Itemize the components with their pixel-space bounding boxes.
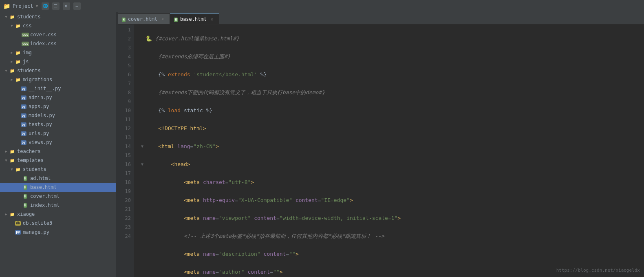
arrow-img: ▶ (9, 50, 15, 55)
sidebar-item-cover-html[interactable]: H cover.html (0, 192, 116, 201)
code-line-5: {% load static %} (139, 106, 644, 115)
python-icon-init: py (20, 85, 27, 92)
folder-icon-js: 📁 (15, 58, 21, 65)
globe-icon-btn[interactable]: 🌐 (42, 2, 49, 10)
main-layout: ▼ 📁 students ▼ 📁 css css cover.css css i… (0, 12, 644, 277)
code-line-2: {#extends必须写在最上面#} (139, 52, 644, 61)
code-line-13: <meta name="description" content=""> (139, 250, 644, 259)
arrow-xiaoge: ▶ (3, 211, 9, 217)
sidebar-item-ad-html[interactable]: H ad.html (0, 174, 116, 183)
tests-label: tests.py (29, 122, 52, 127)
sidebar-item-apps[interactable]: py apps.py (0, 102, 116, 111)
tab-cover-html[interactable]: H cover.html × (118, 13, 170, 24)
html-icon-cover: H (22, 193, 29, 199)
cover-css-label: cover.css (30, 32, 57, 38)
sidebar-item-js[interactable]: ▶ 📁 js (0, 57, 116, 66)
sidebar-item-init[interactable]: py __init__.py (0, 84, 116, 93)
urls-label: urls.py (29, 131, 49, 136)
sidebar-item-urls[interactable]: py urls.py (0, 129, 116, 138)
folder-icon-css: 📁 (15, 22, 21, 29)
gear-icon-btn[interactable]: ⚙ (63, 2, 70, 10)
code-line-10: <meta http-equiv="X-UA-Compatible" conte… (139, 196, 644, 205)
students2-label: students (17, 68, 41, 73)
sidebar-item-css[interactable]: ▼ 📁 css (0, 21, 116, 30)
arrow-students-root: ▼ (3, 14, 9, 20)
students-tpl-label: students (23, 166, 46, 172)
html-icon-ad: H (22, 175, 29, 182)
js-label: js (23, 59, 29, 64)
minimize-icon-btn[interactable]: — (73, 2, 81, 10)
sidebar-item-tests[interactable]: py tests.py (0, 120, 116, 129)
arrow-templates: ▼ (3, 157, 9, 163)
apps-label: apps.py (29, 104, 49, 109)
views-label: views.py (29, 140, 52, 145)
init-label: __init__.py (29, 86, 61, 91)
index-css-label: index.css (30, 41, 57, 47)
sidebar-item-students2[interactable]: ▼ 📁 students (0, 66, 116, 75)
sidebar-item-index-css[interactable]: css index.css (0, 39, 116, 48)
sidebar-item-manage[interactable]: py manage.py (0, 228, 116, 237)
tab-cover-label: cover.html (128, 16, 157, 22)
models-label: models.py (29, 113, 55, 118)
teachers-label: teachers (17, 148, 41, 154)
sidebar-item-db[interactable]: db db.sqlite3 (0, 219, 116, 228)
fold-7[interactable]: ▼ (139, 142, 146, 151)
css-label: css (23, 23, 32, 29)
sidebar-item-templates[interactable]: ▼ 📁 templates (0, 156, 116, 165)
arrow-teachers: ▶ (3, 148, 9, 154)
title-bar: 📁 Project ▼ 🌐 ☰ ⚙ — (0, 0, 644, 12)
html-icon-tab-base: H (174, 16, 178, 22)
tab-cover-close[interactable]: × (160, 16, 165, 22)
tab-base-close[interactable]: × (209, 16, 215, 22)
arrow-students-tpl: ▼ (9, 166, 15, 172)
sidebar-item-index-html[interactable]: H index.html (0, 201, 116, 210)
sidebar-item-cover-css[interactable]: css cover.css (0, 30, 116, 39)
sidebar-item-models[interactable]: py models.py (0, 111, 116, 120)
sidebar-item-migrations[interactable]: ▶ 📁 migrations (0, 75, 116, 84)
sidebar-item-xiaoge[interactable]: ▶ 📁 xiaoge (0, 210, 116, 219)
code-area[interactable]: 🐍 {#cover.html继承base.html#} {#extends必须写… (134, 24, 644, 277)
sidebar-item-views[interactable]: py views.py (0, 138, 116, 147)
sidebar-item-img[interactable]: ▶ 📁 img (0, 48, 116, 57)
html-icon-index: H (22, 202, 29, 208)
editor-area: H cover.html × H base.html × 12345 67891… (118, 12, 644, 277)
img-label: img (23, 50, 32, 55)
fold-8[interactable]: ▼ (139, 160, 146, 169)
code-line-12: <!-- 上述3个meta标签*必须*放在最前面，任何其他内容都*必须*跟随其后… (139, 232, 644, 241)
folder-icon-students-tpl: 📁 (15, 166, 21, 173)
python-icon-admin: py (20, 94, 27, 101)
migrations-label: migrations (23, 77, 52, 82)
tab-base-html[interactable]: H base.html × (170, 13, 219, 24)
arrow-students2: ▼ (3, 68, 9, 73)
sidebar: ▼ 📁 students ▼ 📁 css css cover.css css i… (0, 12, 116, 277)
list-icon-btn[interactable]: ☰ (52, 2, 60, 10)
sidebar-item-teachers[interactable]: ▶ 📁 teachers (0, 147, 116, 156)
xiaoge-label: xiaoge (17, 211, 35, 217)
base-html-label: base.html (30, 184, 57, 190)
tab-bar: H cover.html × H base.html × (118, 12, 644, 24)
sidebar-item-students-tpl[interactable]: ▼ 📁 students (0, 165, 116, 174)
folder-icon-xiaoge: 📁 (9, 211, 15, 217)
cover-html-label: cover.html (30, 193, 60, 199)
folder-icon-migrations: 📁 (15, 76, 21, 83)
project-icon: 📁 (3, 3, 10, 9)
arrow-css: ▼ (9, 23, 15, 29)
code-line-6: <!DOCTYPE html> (139, 124, 644, 133)
python-icon-urls: py (20, 130, 27, 137)
sidebar-item-admin[interactable]: py admin.py (0, 93, 116, 102)
templates-label: templates (17, 157, 44, 163)
sidebar-item-base-html[interactable]: H base.html (0, 183, 116, 192)
css-file-icon: css (22, 31, 29, 38)
python-icon-tests: py (20, 121, 27, 128)
code-line-4: {#extends下面的代码都没有意义了，相当于只执行base中的demo#} (139, 88, 644, 97)
admin-label: admin.py (29, 95, 52, 100)
db-label: db.sqlite3 (23, 220, 52, 226)
manage-label: manage.py (23, 229, 49, 235)
title-actions: 🌐 ☰ ⚙ — (42, 2, 81, 10)
python-icon-models: py (20, 112, 27, 119)
python-icon-manage: py (15, 229, 21, 235)
ad-html-label: ad.html (30, 175, 51, 181)
html-icon-base: H (22, 184, 29, 191)
folder-icon-students2: 📁 (9, 67, 15, 74)
sidebar-item-students-root[interactable]: ▼ 📁 students (0, 12, 116, 21)
